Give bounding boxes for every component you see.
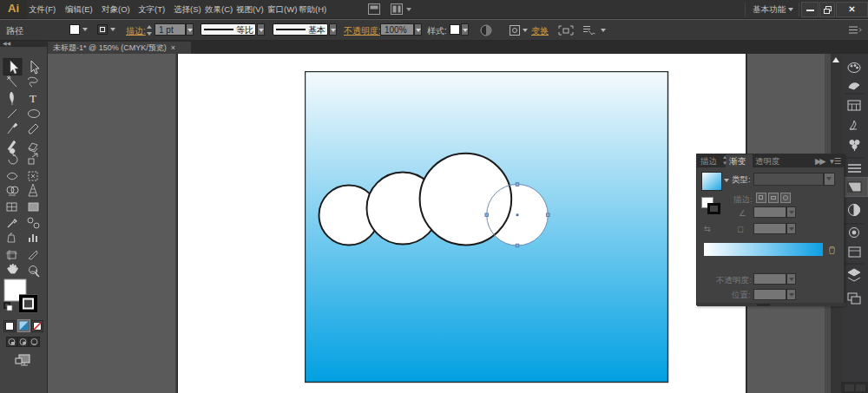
svg-text:T: T xyxy=(30,92,36,105)
